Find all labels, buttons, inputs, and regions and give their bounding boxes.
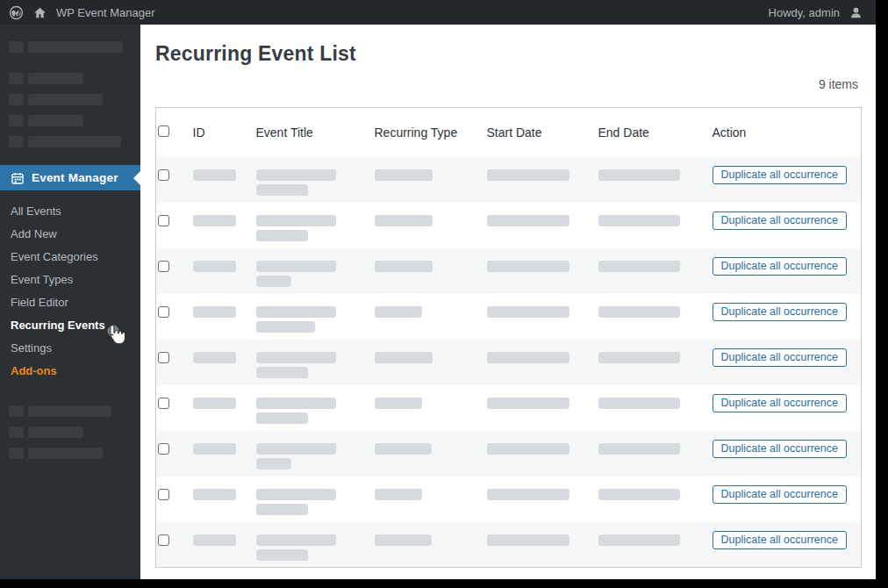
skeleton-icon [9,136,24,147]
skeleton-start-date [487,352,569,363]
howdy-text[interactable]: Howdy, admin [769,6,840,19]
main-content: Recurring Event List 9 items ID Event Ti… [140,25,876,579]
duplicate-all-occurrence-button[interactable]: Duplicate all occurrence [713,212,847,230]
row-checkbox[interactable] [158,306,169,318]
duplicate-all-occurrence-button[interactable]: Duplicate all occurrence [713,394,847,412]
skeleton-recurring-type [375,352,433,363]
column-header-event-title: Event Title [254,108,373,157]
row-checkbox[interactable] [158,443,169,455]
sidebar-item-add-new[interactable]: Add New [0,223,140,246]
home-icon[interactable] [32,5,47,20]
row-checkbox[interactable] [158,215,169,226]
skeleton-bar [28,115,83,126]
skeleton-event-title-line2 [256,321,315,333]
sidebar-skeleton-item [9,448,140,459]
table-row: Duplicate all occurrence [156,340,862,385]
table-row: Duplicate all occurrence [156,294,862,340]
current-menu-arrow [133,171,140,185]
skeleton-id [193,169,236,181]
skeleton-start-date [487,398,569,409]
table-row: Duplicate all occurrence [156,157,862,203]
duplicate-all-occurrence-button[interactable]: Duplicate all occurrence [713,166,847,184]
skeleton-event-title-line1 [256,443,336,455]
row-checkbox[interactable] [158,261,169,272]
table-row: Duplicate all occurrence [156,203,862,248]
skeleton-id [193,534,236,546]
skeleton-event-title-line2 [256,367,308,378]
skeleton-bar [28,41,123,53]
duplicate-all-occurrence-button[interactable]: Duplicate all occurrence [713,440,847,458]
skeleton-recurring-type [375,489,422,500]
user-icon[interactable] [849,5,863,20]
skeleton-id [193,215,236,226]
skeleton-event-title-line1 [256,169,336,181]
skeleton-event-title-line2 [256,458,291,470]
skeleton-event-title-line2 [256,276,291,287]
sidebar-skeleton-group-bottom [0,405,140,469]
skeleton-icon [9,448,24,459]
skeleton-event-title-line1 [256,352,336,363]
sidebar-item-all-events[interactable]: All Events [0,200,140,223]
row-checkbox[interactable] [158,352,169,363]
page-title: Recurring Event List [155,42,356,66]
column-header-start-date: Start Date [485,108,597,157]
skeleton-event-title-line1 [256,306,336,318]
sidebar-skeleton-item [9,136,140,147]
skeleton-id [193,261,236,272]
skeleton-id [193,306,236,318]
sidebar-item-settings[interactable]: Settings [0,337,140,360]
table-row: Duplicate all occurrence [156,522,862,568]
skeleton-bar [28,136,121,147]
skeleton-end-date [598,489,680,500]
select-all-checkbox[interactable] [158,125,169,137]
skeleton-icon [9,115,24,126]
skeleton-id [193,352,236,363]
event-manager-submenu: All EventsAdd NewEvent CategoriesEvent T… [0,200,140,383]
sidebar-item-recurring-events[interactable]: Recurring Events [0,314,140,337]
skeleton-bar [28,405,111,417]
sidebar-skeleton-item [9,115,140,126]
skeleton-id [193,443,236,455]
sidebar-skeleton-item [9,41,140,53]
skeleton-recurring-type [375,398,422,409]
skeleton-end-date [598,261,680,272]
row-checkbox[interactable] [158,169,169,181]
skeleton-bar [28,448,103,459]
wordpress-admin: WP Event Manager Howdy, admin [0,0,876,579]
skeleton-recurring-type [375,261,433,272]
row-checkbox[interactable] [158,534,169,546]
skeleton-event-title-line2 [256,504,308,515]
skeleton-start-date [487,215,569,226]
skeleton-end-date [598,215,680,226]
sidebar-skeleton-item [9,427,140,438]
duplicate-all-occurrence-button[interactable]: Duplicate all occurrence [713,485,847,504]
sidebar-item-event-types[interactable]: Event Types [0,269,140,291]
duplicate-all-occurrence-button[interactable]: Duplicate all occurrence [713,303,847,321]
skeleton-event-title-line1 [256,261,336,272]
wordpress-logo-icon[interactable] [9,5,24,20]
sidebar-item-field-editor[interactable]: Field Editor [0,291,140,314]
sidebar-item-event-categories[interactable]: Event Categories [0,246,140,269]
duplicate-all-occurrence-button[interactable]: Duplicate all occurrence [713,257,847,276]
duplicate-all-occurrence-button[interactable]: Duplicate all occurrence [713,531,847,549]
row-checkbox[interactable] [158,398,169,409]
column-header-recurring-type: Recurring Type [373,108,485,157]
items-count: 9 items [819,77,858,91]
sidebar-skeleton-item [9,94,140,105]
skeleton-end-date [598,169,680,181]
skeleton-icon [9,94,24,105]
table-row: Duplicate all occurrence [156,248,862,294]
skeleton-recurring-type [375,306,422,318]
row-checkbox[interactable] [158,489,169,500]
sidebar-item-event-manager[interactable]: Event Manager [0,165,140,190]
duplicate-all-occurrence-button[interactable]: Duplicate all occurrence [713,348,847,367]
sidebar-item-add-ons[interactable]: Add-ons [0,360,140,383]
admin-sidebar: Event Manager All EventsAdd NewEvent Cat… [0,25,140,579]
skeleton-event-title-line1 [256,489,336,500]
skeleton-event-title-line1 [256,215,336,226]
skeleton-end-date [598,306,680,318]
skeleton-event-title-line2 [256,549,308,561]
skeleton-start-date [487,443,569,455]
skeleton-icon [9,405,24,417]
site-name[interactable]: WP Event Manager [56,6,154,19]
